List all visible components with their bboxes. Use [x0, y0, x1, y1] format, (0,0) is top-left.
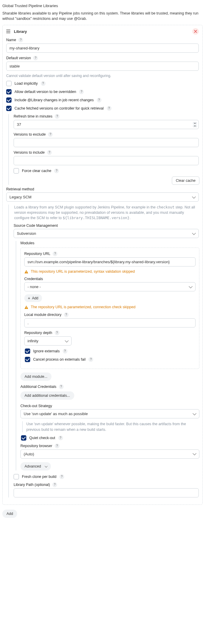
library-path-input[interactable] — [14, 488, 199, 497]
add-library-button[interactable]: Add — [2, 510, 17, 518]
help-icon[interactable]: ? — [47, 150, 52, 155]
local-dir-input[interactable] — [24, 318, 196, 327]
cache-versions-checkbox[interactable] — [6, 106, 12, 111]
plus-icon: + — [28, 296, 30, 300]
warning-icon — [24, 305, 28, 309]
connection-warning: The repository URL is parameterized, con… — [24, 305, 196, 309]
default-version-hint: Cannot validate default version until af… — [6, 74, 199, 78]
help-icon[interactable]: ? — [79, 89, 84, 94]
name-label: Name — [6, 38, 16, 42]
default-version-label: Default version — [6, 56, 31, 60]
fresh-clone-label: Fresh clone per build — [22, 475, 57, 479]
repo-url-input[interactable] — [24, 257, 196, 266]
retrieval-block: Loads a library from any SCM plugin supp… — [8, 205, 199, 497]
help-icon[interactable]: ? — [59, 384, 64, 389]
retrieval-select[interactable]: Legacy SCM — [6, 192, 199, 202]
name-input[interactable] — [6, 44, 199, 53]
page-title: Global Trusted Pipeline Libraries — [2, 4, 203, 8]
include-changes-label: Include @Library changes in job recent c… — [14, 98, 94, 102]
repo-browser-select[interactable]: (Auto) — [20, 449, 199, 459]
load-implicitly-label: Load implicitly — [14, 81, 38, 86]
ignore-externals-checkbox[interactable] — [25, 349, 30, 354]
checkout-label: Check-out Strategy — [20, 404, 52, 408]
refresh-input[interactable] — [14, 120, 199, 129]
page-description: Sharable libraries available to any Pipe… — [2, 11, 203, 21]
help-icon[interactable]: ? — [64, 312, 69, 317]
allow-override-label: Allow default version to be overridden — [14, 90, 76, 94]
cache-versions-label: Cache fetched versions on controller for… — [14, 106, 104, 110]
repo-url-label: Repository URL — [24, 252, 50, 256]
module-panel: Repository URL ? This repository URL is … — [20, 248, 199, 369]
include-label: Versions to include — [14, 150, 45, 155]
help-icon[interactable]: ? — [58, 436, 63, 440]
depth-label: Repository depth — [24, 331, 52, 335]
help-icon[interactable]: ? — [59, 474, 64, 479]
quiet-checkout-label: Quiet check-out — [29, 436, 55, 440]
force-clear-label: Force clear cache — [22, 169, 51, 173]
add-additional-credentials-button[interactable]: Add additional credentials... — [20, 391, 74, 400]
credentials-label: Credentials — [24, 277, 43, 281]
cache-settings-block: Refresh time in minutes ? ▲ ▼ Versions t… — [8, 114, 199, 185]
force-clear-checkbox[interactable] — [14, 168, 19, 174]
help-icon[interactable]: ? — [107, 106, 112, 111]
scm-block: Modules Repository URL ? This repository… — [16, 241, 199, 470]
svg-rect-3 — [26, 308, 26, 309]
help-icon[interactable]: ? — [97, 98, 101, 102]
include-input[interactable] — [14, 156, 199, 165]
load-implicitly-checkbox[interactable] — [6, 81, 12, 86]
scm-select[interactable]: Subversion — [14, 229, 199, 238]
svg-rect-1 — [26, 273, 26, 273]
library-panel: Library Name ? Default version ? Cannot … — [2, 25, 203, 505]
credentials-select[interactable]: - none - — [24, 282, 196, 291]
help-icon[interactable]: ? — [54, 168, 59, 173]
number-spinner: ▲ ▼ — [193, 122, 197, 127]
retrieval-label: Retrieval method — [6, 187, 34, 191]
exclude-label: Versions to exclude — [14, 132, 46, 136]
scm-label: Source Code Management — [14, 224, 58, 228]
help-icon[interactable]: ? — [18, 38, 23, 42]
additional-cred-label: Additional Credentials — [20, 385, 57, 389]
help-icon[interactable]: ? — [52, 482, 57, 487]
library-header: Library — [14, 29, 192, 34]
checkout-desc: Use 'svn update' whenever possible, maki… — [26, 421, 199, 432]
modules-label: Modules — [20, 241, 34, 245]
retrieval-desc: Loads a library from any SCM plugin supp… — [14, 205, 198, 221]
advanced-button[interactable]: Advanced — [20, 462, 51, 470]
svg-rect-2 — [26, 307, 26, 308]
default-version-input[interactable] — [6, 62, 199, 71]
checkout-select[interactable]: Use 'svn update' as much as possible — [20, 409, 199, 418]
svg-rect-0 — [26, 271, 26, 272]
remove-library-button[interactable] — [192, 28, 199, 35]
add-credentials-button[interactable]: + Add — [24, 294, 42, 302]
help-icon[interactable]: ? — [48, 132, 53, 137]
help-icon[interactable]: ? — [88, 357, 93, 362]
local-dir-label: Local module directory — [24, 313, 62, 317]
clear-cache-button[interactable]: Clear cache — [172, 176, 199, 185]
help-icon[interactable]: ? — [41, 81, 46, 86]
help-icon[interactable]: ? — [63, 349, 67, 354]
exclude-input[interactable] — [14, 138, 199, 147]
drag-handle-icon[interactable] — [6, 30, 12, 33]
library-path-label: Library Path (optional) — [14, 483, 50, 487]
help-icon[interactable]: ? — [53, 251, 57, 256]
help-icon[interactable]: ? — [55, 444, 59, 448]
help-icon[interactable]: ? — [55, 330, 59, 335]
warning-icon — [24, 270, 28, 274]
spin-down-button[interactable]: ▼ — [193, 125, 197, 127]
cancel-on-fail-checkbox[interactable] — [25, 357, 30, 362]
help-icon[interactable]: ? — [33, 56, 38, 60]
allow-override-checkbox[interactable] — [6, 89, 12, 94]
depth-select[interactable]: infinity — [24, 336, 72, 346]
cancel-on-fail-label: Cancel process on externals fail — [33, 357, 85, 362]
include-changes-checkbox[interactable] — [6, 97, 12, 103]
add-module-button[interactable]: Add module... — [20, 372, 51, 381]
close-icon — [194, 30, 197, 33]
refresh-label: Refresh time in minutes — [14, 114, 52, 118]
ignore-externals-label: Ignore externals — [33, 349, 60, 353]
repo-url-warning: This repository URL is parameterized, sy… — [24, 269, 196, 274]
fresh-clone-checkbox[interactable] — [14, 474, 19, 479]
help-icon[interactable]: ? — [55, 114, 59, 119]
quiet-checkout-checkbox[interactable] — [21, 435, 26, 441]
spin-up-button[interactable]: ▲ — [193, 122, 197, 124]
repo-browser-label: Repository browser — [20, 444, 52, 448]
